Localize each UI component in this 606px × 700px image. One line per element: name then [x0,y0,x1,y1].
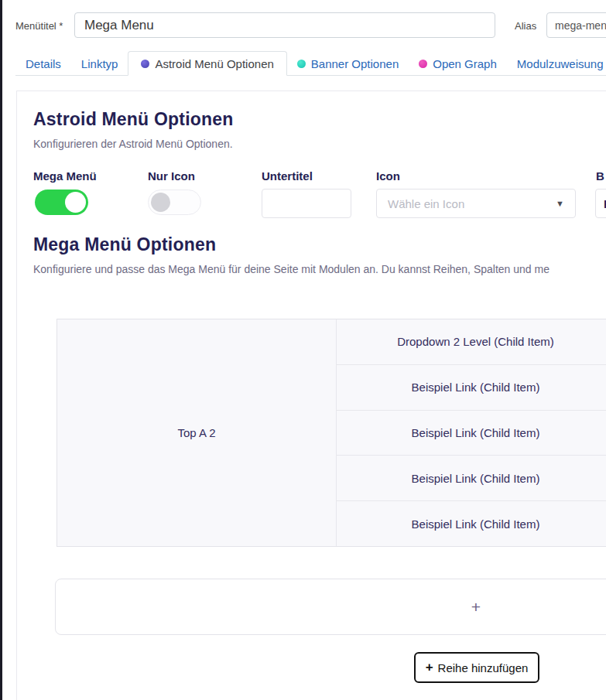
add-column-box[interactable]: + [55,579,606,635]
tab-open-graph-label: Open Graph [433,57,497,70]
icon-select-placeholder: Wähle ein Icon [388,197,464,210]
clipped-field-label: B [596,169,604,183]
menutitle-input[interactable] [74,12,495,38]
nur-icon-toggle-label: Nur Icon [148,169,195,183]
child-item-row[interactable]: Beispiel Link (Child Item) [337,365,606,411]
child-item-row[interactable]: Beispiel Link (Child Item) [337,411,606,456]
astroid-section-description: Konfigurieren der Astroid Menü Optionen. [33,138,233,150]
tab-astroid-menu-optionen[interactable]: Astroid Menü Optionen [128,51,286,76]
mega-menu-toggle[interactable] [35,190,88,215]
open-graph-dot-icon [419,60,427,68]
clipped-field-input[interactable]: K [595,189,606,218]
child-item-row[interactable]: Beispiel Link (Child Item) [337,501,606,546]
toggle-knob-icon [65,192,86,213]
parent-item-label: Top A 2 [177,426,215,439]
mega-section-description: Konfiguriere und passe das Mega Menü für… [33,263,550,275]
tab-bar: Details Linktyp Astroid Menü Optionen Ba… [15,51,606,76]
tab-linktyp[interactable]: Linktyp [71,51,128,76]
mega-menu-grid: Top A 2 Dropdown 2 Level (Child Item) Be… [56,319,606,547]
tab-astroid-label: Astroid Menü Optionen [155,57,273,70]
mega-menu-parent-cell[interactable]: Top A 2 [57,319,337,546]
mega-section-title: Mega Menü Optionen [33,234,216,255]
mega-menu-toggle-label: Mega Menü [33,169,97,183]
toggle-knob-icon [151,193,170,212]
chevron-down-icon: ▼ [556,199,564,208]
add-row-button[interactable]: + Reihe hinzufügen [414,652,539,683]
tab-banner-optionen[interactable]: Banner Optionen [287,51,409,76]
add-row-button-label: Reihe hinzufügen [438,661,529,674]
icon-label: Icon [376,169,400,183]
icon-select[interactable]: Wähle ein Icon ▼ [376,189,576,218]
tab-linktyp-label: Linktyp [81,57,118,70]
tab-modulzuweisung[interactable]: Modulzuweisung [507,51,606,76]
astroid-options-panel: Astroid Menü Optionen Konfigurieren der … [16,90,606,700]
alias-label: Alias [515,20,536,32]
child-item-row[interactable]: Dropdown 2 Level (Child Item) [337,319,606,365]
untertitel-label: Untertitel [262,169,313,183]
tab-details[interactable]: Details [15,51,71,76]
child-item-row[interactable]: Beispiel Link (Child Item) [337,456,606,501]
astroid-dot-icon [141,60,149,68]
plus-icon: + [471,598,481,616]
tab-banner-label: Banner Optionen [311,57,399,70]
tab-open-graph[interactable]: Open Graph [409,51,507,76]
tab-details-label: Details [26,57,61,70]
astroid-section-title: Astroid Menü Optionen [33,109,233,130]
menutitle-label: Menütitel * [15,20,63,32]
mega-menu-children-column: Dropdown 2 Level (Child Item) Beispiel L… [337,319,606,546]
alias-input[interactable] [546,12,606,38]
nur-icon-toggle[interactable] [148,190,201,215]
untertitel-input[interactable] [262,189,351,218]
plus-icon: + [426,660,433,675]
tab-modulzuweisung-label: Modulzuweisung [517,57,604,70]
banner-dot-icon [297,60,306,68]
window-left-edge [0,0,2,700]
